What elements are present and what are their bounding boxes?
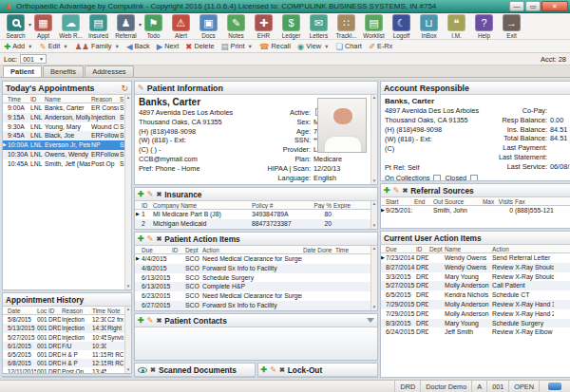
table-row[interactable]: 10:30ALNLOwens, WendyERFollowUpS bbox=[3, 150, 124, 159]
table-row[interactable]: 5/27/2015DRDMolly AndersonCall Patient bbox=[381, 281, 570, 290]
table-row[interactable]: 9:15ALNLAnderson, MollyInjectionS bbox=[3, 113, 124, 122]
table-row[interactable]: 6/1/2015001DRDF/U10:30S bbox=[3, 342, 124, 350]
column-header[interactable]: Name bbox=[444, 245, 491, 252]
table-row[interactable]: 8/27/2014DRDWendy OwensReview X-Ray Shou… bbox=[381, 263, 570, 272]
edit-icon[interactable]: ✎ bbox=[147, 234, 154, 243]
edit-toolbar-add-button[interactable]: ✚Add▼ bbox=[4, 42, 33, 51]
column-header[interactable]: Company Name bbox=[152, 201, 251, 209]
table-row[interactable]: 10:45ALNLSmith, Jeff (MastePost OpS bbox=[3, 159, 124, 169]
chevron-down-icon[interactable]: ▼ bbox=[248, 44, 253, 49]
table-row[interactable]: 12/11/2015001DRDPost Op13:45S bbox=[3, 367, 124, 373]
toolbar-tracki-button[interactable]: ∷Tracki... bbox=[332, 14, 360, 39]
toolbar-help-button[interactable]: ?Help bbox=[470, 14, 498, 39]
table-row[interactable]: 7/29/2015DRDMolly AndersonReview X-Ray H… bbox=[381, 309, 570, 319]
table-row[interactable]: 9:00ALNLBanks, CarterER ConsultS bbox=[3, 103, 124, 113]
toolbar-insured-button[interactable]: ▤Insured bbox=[85, 14, 112, 39]
column-header[interactable]: Due bbox=[141, 246, 171, 253]
maximize-button[interactable]: ▭ bbox=[525, 1, 541, 11]
edit-toolbar-print-button[interactable]: ▤Print▼ bbox=[220, 42, 253, 51]
collections-checkbox[interactable] bbox=[433, 175, 441, 181]
table-row[interactable]: 3/3/2015DRDMary YoungReview X-Ray Should… bbox=[381, 272, 570, 282]
toolbar-notes-button[interactable]: ✎Notes bbox=[222, 14, 250, 39]
edit-toolbar-chart-button[interactable]: ❏Chart bbox=[335, 42, 361, 51]
table-row[interactable]: 9:30ALNLYoung, MaryWound CkS bbox=[3, 122, 124, 132]
column-header[interactable]: Date bbox=[7, 307, 36, 314]
chevron-down-icon[interactable]: ▼ bbox=[324, 44, 329, 49]
toolbar-appt-button[interactable]: ▦Appt bbox=[29, 14, 57, 39]
scrollbar[interactable]: ▲▼ bbox=[124, 95, 131, 289]
eye-icon[interactable] bbox=[138, 367, 147, 373]
column-header[interactable]: Fax bbox=[514, 197, 554, 205]
delete-icon[interactable]: ✖ bbox=[156, 317, 162, 325]
column-header[interactable]: ID bbox=[171, 246, 184, 253]
delete-icon[interactable]: ✖ bbox=[402, 187, 408, 195]
column-header[interactable]: Note bbox=[106, 307, 124, 314]
column-header[interactable]: ID bbox=[48, 307, 61, 314]
scroll-up-arrow[interactable]: ▲ bbox=[372, 246, 376, 252]
column-header[interactable]: Time bbox=[7, 95, 29, 103]
edit-toolbar-erx-button[interactable]: ✐E-Rx bbox=[369, 42, 392, 51]
table-row[interactable]: 6/24/2015DRDJeff SmithReview X-Ray Elbow… bbox=[381, 327, 570, 337]
edit-icon[interactable]: ✎ bbox=[138, 84, 144, 92]
toolbar-im-button[interactable]: ❝I.M. bbox=[443, 14, 470, 39]
scrollbar[interactable]: ▲▼ bbox=[370, 201, 377, 229]
delete-icon[interactable]: ✖ bbox=[279, 366, 285, 374]
chevron-down-icon[interactable]: ▼ bbox=[114, 44, 119, 49]
scroll-down-arrow[interactable]: ▼ bbox=[126, 284, 130, 289]
table-row[interactable]: ▶4/4/2015SCONeed Medical Clearance for S… bbox=[135, 254, 370, 264]
table-row[interactable]: 6/13/2015SCOComplete H&P bbox=[135, 282, 370, 291]
table-row[interactable]: 8/3/2015DRDMary YoungSchedule Surgery bbox=[381, 319, 570, 328]
toolbar-ledger-button[interactable]: $Ledger bbox=[277, 14, 305, 39]
column-header[interactable]: Time bbox=[91, 307, 106, 314]
edit-toolbar-next-button[interactable]: ▶Next bbox=[157, 42, 180, 51]
toolbar-alert-button[interactable]: ⚠Alert bbox=[167, 14, 195, 39]
edit-icon[interactable]: ✎ bbox=[270, 365, 276, 374]
column-header[interactable]: Date Done bbox=[302, 246, 334, 253]
filter-funnel-icon[interactable] bbox=[367, 318, 374, 323]
edit-toolbar-delete-button[interactable]: ✖Delete bbox=[185, 42, 214, 51]
chevron-down-icon[interactable]: ▼ bbox=[28, 44, 32, 49]
tab-patient[interactable]: Patient bbox=[3, 65, 42, 77]
toolbar-worklist-button[interactable]: ▤Worklist bbox=[360, 14, 388, 39]
toolbar-docs-button[interactable]: ▣Docs bbox=[195, 14, 222, 39]
column-header[interactable]: Start bbox=[385, 197, 413, 205]
scroll-down-arrow[interactable]: ▼ bbox=[126, 367, 130, 373]
edit-toolbar-edit-button[interactable]: ✎Edit▼ bbox=[40, 42, 68, 51]
table-row[interactable]: 6/23/2015SCONeed Medical Clearance for S… bbox=[135, 291, 370, 301]
column-header[interactable]: Action bbox=[201, 246, 302, 253]
toolbar-webr-button[interactable]: ☁Web R... bbox=[57, 14, 85, 39]
edit-toolbar-recall-button[interactable]: ☎Recall bbox=[259, 42, 291, 51]
delete-icon[interactable]: ✖ bbox=[150, 366, 156, 374]
add-icon[interactable]: ✚ bbox=[384, 186, 390, 195]
table-row[interactable]: 6/8/2015001DRDH & P12:15Rt RCK bbox=[3, 359, 124, 367]
column-header[interactable]: Policy # bbox=[251, 201, 310, 209]
add-icon[interactable]: ✚ bbox=[261, 365, 268, 374]
scroll-down-arrow[interactable]: ▼ bbox=[372, 178, 376, 184]
minimize-button[interactable]: — bbox=[509, 1, 524, 11]
add-icon[interactable]: ✚ bbox=[138, 234, 144, 243]
scroll-up-arrow[interactable]: ▲ bbox=[372, 201, 376, 207]
table-row[interactable]: 6/5/2015DRDKendra NicholsSchedule CT bbox=[381, 290, 570, 300]
column-header[interactable]: Loc bbox=[36, 307, 48, 314]
scrollbar[interactable]: ▲▼ bbox=[370, 246, 377, 310]
table-row[interactable]: 6/5/2015001DRDH & P11:15Rt RCR bbox=[3, 350, 124, 359]
column-header[interactable]: Reason bbox=[90, 95, 119, 103]
scroll-up-arrow[interactable]: ▲ bbox=[126, 95, 130, 101]
table-row[interactable]: 5/13/2015001DRDInjection14:30RightS bbox=[3, 324, 124, 332]
close-button[interactable]: ✕ bbox=[542, 1, 568, 11]
table-row[interactable]: ▶9/25/201:Smith, John0(888)555-1212 bbox=[381, 206, 570, 215]
column-header[interactable]: Visits bbox=[497, 197, 514, 205]
tab-benefits[interactable]: Benefits bbox=[43, 65, 84, 77]
column-header[interactable]: Pay % bbox=[310, 201, 332, 209]
scroll-down-arrow[interactable]: ▼ bbox=[372, 305, 376, 310]
chevron-down-icon[interactable]: ▼ bbox=[63, 44, 67, 49]
table-row[interactable]: 5/8/2015001DRDInjection12:30C2 frxK bbox=[3, 315, 124, 324]
closed-checkbox[interactable] bbox=[470, 175, 478, 181]
table-row[interactable]: 6/13/2015SCOSchedule Surgery bbox=[135, 273, 370, 283]
table-row[interactable]: ▶1MI Medicare Part B (J8)349384789A80 bbox=[135, 210, 370, 219]
column-header[interactable]: Action bbox=[491, 245, 554, 252]
table-row[interactable]: 2Michigan Medicaid8847372338720 bbox=[135, 219, 370, 229]
table-row[interactable]: ▶7/23/2014DRDWendy OwensSend Referral Le… bbox=[381, 253, 570, 263]
column-header[interactable]: Expire bbox=[332, 201, 359, 209]
delete-icon[interactable]: ✖ bbox=[156, 191, 162, 198]
